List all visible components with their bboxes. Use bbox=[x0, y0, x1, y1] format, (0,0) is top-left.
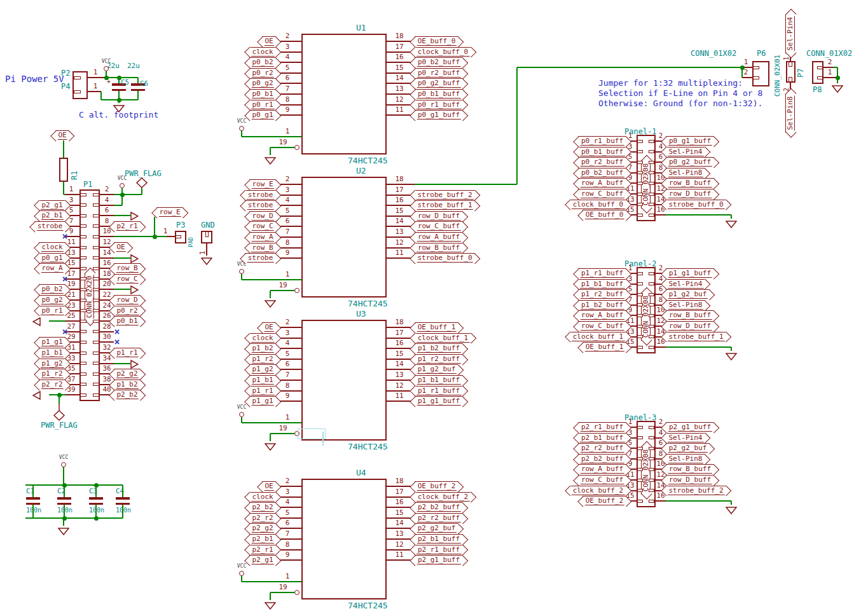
net-label-row_A_buff[interactable]: row_A_buff bbox=[578, 464, 626, 474]
net-label-p1_b1_buff[interactable]: p1_b1_buff bbox=[578, 279, 626, 289]
net-label-Sel-Pin4[interactable]: Sel-Pin4 bbox=[666, 147, 705, 156]
net-label-OE_buff_2[interactable]: OE_buff_2 bbox=[415, 481, 458, 491]
net-label-p1_r2[interactable]: p1_r2 bbox=[249, 354, 276, 364]
net-label-p0_g1[interactable]: p0_g1 bbox=[39, 253, 65, 263]
net-label-clock[interactable]: clock bbox=[249, 333, 276, 343]
net-label-p0_r1[interactable]: p0_r1 bbox=[249, 100, 276, 109]
refdes-r1[interactable]: R1 bbox=[70, 171, 79, 180]
net-label-row_D[interactable]: row_D bbox=[249, 211, 276, 221]
gnd-icon[interactable] bbox=[113, 103, 125, 111]
net-label-row_B_buff[interactable]: row_B_buff bbox=[666, 310, 714, 320]
net-label-p0_g1[interactable]: p0_g1 bbox=[249, 110, 276, 120]
net-label-strobe_buff_1[interactable]: strobe_buff_1 bbox=[666, 332, 726, 341]
net-label-row_C[interactable]: row_C bbox=[114, 274, 141, 284]
net-label-row_D_buff[interactable]: row_D_buff bbox=[666, 189, 714, 198]
jumper-note-line2[interactable]: Selection if E-Line on Pin 4 or 8 bbox=[598, 88, 762, 99]
net-label-p0_g1_buff[interactable]: p0_g1_buff bbox=[415, 110, 463, 120]
net-label-p1_b1[interactable]: p1_b1 bbox=[249, 375, 276, 385]
net-label-row_A_buff[interactable]: row_A_buff bbox=[415, 232, 463, 242]
gnd-icon[interactable] bbox=[265, 441, 276, 449]
net-label-p1_r1[interactable]: p1_r1 bbox=[114, 348, 141, 357]
net-label-strobe_buff_2[interactable]: strobe_buff_2 bbox=[666, 486, 726, 495]
value-U3[interactable]: 74HCT245 bbox=[348, 442, 388, 452]
net-label-p0_b2_buff[interactable]: p0_b2_buff bbox=[415, 57, 463, 67]
net-label-Sel-Pin8[interactable]: Sel-Pin8 bbox=[666, 168, 705, 177]
net-label-strobe_buff_1[interactable]: strobe_buff_1 bbox=[415, 200, 475, 210]
net-label-p0_g2[interactable]: p0_g2 bbox=[39, 295, 65, 305]
net-label-row_B_buff[interactable]: row_B_buff bbox=[415, 243, 463, 252]
net-label-row_C_buff[interactable]: row_C_buff bbox=[578, 475, 626, 484]
gnd-icon[interactable] bbox=[832, 83, 843, 91]
net-label-OE[interactable]: OE bbox=[114, 242, 128, 252]
net-label-row_D_buff[interactable]: row_D_buff bbox=[666, 321, 714, 331]
net-label-row_C_buff[interactable]: row_C_buff bbox=[578, 189, 626, 198]
net-label-p2_b1[interactable]: p2_b1 bbox=[249, 534, 276, 544]
ic-body-U1[interactable] bbox=[301, 34, 387, 154]
net-label-row_E[interactable]: row_E bbox=[156, 207, 183, 217]
vcc-icon[interactable] bbox=[104, 66, 109, 71]
gnd-icon[interactable] bbox=[726, 219, 737, 226]
pwr-flag-label[interactable]: PWR_FLAG bbox=[41, 421, 78, 430]
net-label-p0_b2_buff[interactable]: p0_b2_buff bbox=[578, 168, 626, 177]
net-label-OE_buff_1[interactable]: OE_buff_1 bbox=[415, 322, 458, 332]
gnd-icon[interactable] bbox=[726, 505, 737, 512]
value-p3[interactable]: PAD bbox=[188, 237, 195, 247]
net-label-OE[interactable]: OE bbox=[262, 322, 276, 332]
net-label-row_D[interactable]: row_D bbox=[114, 295, 141, 305]
net-label-p1_g2[interactable]: p1_g2 bbox=[249, 364, 276, 374]
ic-body-U4[interactable] bbox=[301, 479, 387, 599]
net-label-row_B_buff[interactable]: row_B_buff bbox=[666, 464, 714, 474]
net-label-Sel-Pin4[interactable]: Sel-Pin4 bbox=[666, 279, 705, 289]
net-label-clock_buff_0[interactable]: clock_buff_0 bbox=[570, 200, 626, 209]
gnd-icon[interactable] bbox=[58, 526, 69, 533]
net-label-p2_g1[interactable]: p2_g1 bbox=[249, 555, 276, 565]
net-label-p0_g2[interactable]: p0_g2 bbox=[249, 78, 276, 88]
net-label-p0_g2_buff[interactable]: p0_g2_buff bbox=[666, 157, 714, 167]
net-label-p1_g1[interactable]: p1_g1 bbox=[39, 337, 65, 346]
net-label-p0_r2[interactable]: p0_r2 bbox=[114, 306, 141, 315]
net-label-p0_r1_buff[interactable]: p0_r1_buff bbox=[578, 136, 626, 146]
refdes-p4[interactable]: P4 bbox=[61, 82, 70, 91]
net-label-p2_g1[interactable]: p2_g1 bbox=[39, 200, 65, 210]
net-label-row_C_buff[interactable]: row_C_buff bbox=[415, 221, 463, 231]
net-label-row_A_buff[interactable]: row_A_buff bbox=[578, 310, 626, 320]
value-p7[interactable]: CONN_02X01 bbox=[773, 55, 782, 97]
net-label-clock[interactable]: clock bbox=[39, 242, 65, 252]
net-label-p2_g1_buff[interactable]: p2_g1_buff bbox=[666, 422, 714, 432]
net-label-OE_buff_1[interactable]: OE_buff_1 bbox=[582, 342, 626, 352]
net-label-p0_b2[interactable]: p0_b2 bbox=[249, 57, 276, 67]
net-label-strobe[interactable]: strobe bbox=[245, 200, 276, 210]
net-label-p2_r2[interactable]: p2_r2 bbox=[39, 380, 65, 389]
connector-p8[interactable] bbox=[812, 61, 823, 84]
refdes-U4[interactable]: U4 bbox=[356, 468, 366, 478]
net-label-OE[interactable]: OE bbox=[55, 130, 69, 140]
value-C4[interactable]: 100n bbox=[116, 507, 131, 514]
value-p6[interactable]: CONN_01X02 bbox=[691, 49, 736, 58]
ic-body-U3[interactable] bbox=[301, 320, 387, 441]
net-label-p2_b2_buff[interactable]: p2_b2_buff bbox=[415, 502, 463, 512]
jumper-note-line3[interactable]: Otherwise: Ground (for non-1:32). bbox=[598, 99, 762, 109]
net-label-p1_r2_buff[interactable]: p1_r2_buff bbox=[415, 354, 463, 364]
net-label-p2_r2_buff[interactable]: p2_r2_buff bbox=[415, 513, 463, 523]
net-label-strobe[interactable]: strobe bbox=[245, 190, 276, 200]
net-label-p2_b1[interactable]: p2_b1 bbox=[39, 210, 65, 220]
net-label-Sel-Pin8[interactable]: Sel-Pin8 bbox=[666, 300, 705, 310]
net-label-p0_r1[interactable]: p0_r1 bbox=[39, 306, 65, 315]
net-label-p2_b1_buff[interactable]: p2_b1_buff bbox=[578, 433, 626, 442]
net-label-OE_buff_0[interactable]: OE_buff_0 bbox=[582, 210, 626, 219]
net-label-clock[interactable]: clock bbox=[249, 47, 276, 57]
net-label-p2_r1[interactable]: p2_r1 bbox=[249, 545, 276, 554]
refdes-p7[interactable]: P7 bbox=[796, 69, 805, 78]
connector-p6[interactable] bbox=[752, 61, 769, 86]
net-label-p0_b1_buff[interactable]: p0_b1_buff bbox=[415, 89, 463, 99]
vcc-icon[interactable] bbox=[120, 183, 125, 188]
pwr-flag-icon[interactable] bbox=[53, 404, 65, 421]
net-label-Sel-Pin4[interactable]: Sel-Pin4 bbox=[666, 433, 705, 442]
net-label-p2_r1_buff[interactable]: p2_r1_buff bbox=[578, 422, 626, 432]
refdes-U1[interactable]: U1 bbox=[356, 23, 366, 33]
net-label-Sel-Pin4[interactable]: Sel-Pin4 bbox=[785, 14, 795, 53]
refdes-gnd-pad[interactable]: GND bbox=[201, 221, 215, 229]
gnd-icon[interactable] bbox=[726, 351, 737, 359]
net-label-p0_g2_buff[interactable]: p0_g2_buff bbox=[415, 78, 463, 88]
net-label-clock_buff_0[interactable]: clock_buff_0 bbox=[415, 47, 471, 57]
